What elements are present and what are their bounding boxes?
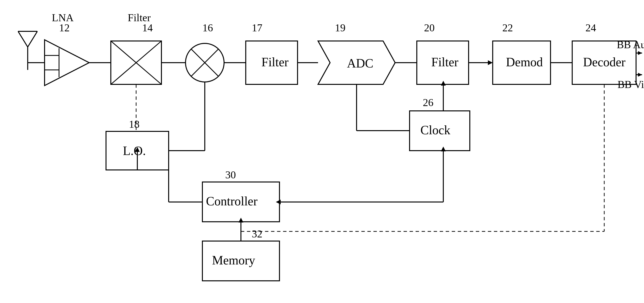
adc-label-inner: ADC [347,56,374,70]
mixer-number-label: 16 [202,22,213,34]
decoder-label-inner: Decoder [583,55,626,69]
lna-number-label: 12 [59,22,70,34]
demod-number-label: 22 [502,22,513,34]
lo-label-inner: L.O. [123,144,146,158]
filter3-label-inner: Filter [431,55,458,69]
demod-label-inner: Demod [506,55,543,69]
decoder-number-label: 24 [586,22,596,34]
clock-number-label: 26 [423,97,434,109]
memory-number-label: 32 [252,228,262,240]
clock-label-inner: Clock [420,123,450,137]
controller-label-inner: Controller [206,194,258,208]
filter1-number-label: 14 [142,22,153,34]
adc-number-label: 19 [335,22,346,34]
filter2-number-label: 17 [252,22,262,34]
bb-audio-label: BB Audio [617,39,644,51]
filter2-label-inner: Filter [262,55,289,69]
memory-label-inner: Memory [212,253,255,267]
lo-number-label: 18 [129,118,140,130]
controller-number-label: 30 [225,169,236,181]
bb-video-label: BB Video [618,79,644,90]
lna-label-text: LNA [52,12,74,24]
filter3-number-label: 20 [424,22,435,34]
